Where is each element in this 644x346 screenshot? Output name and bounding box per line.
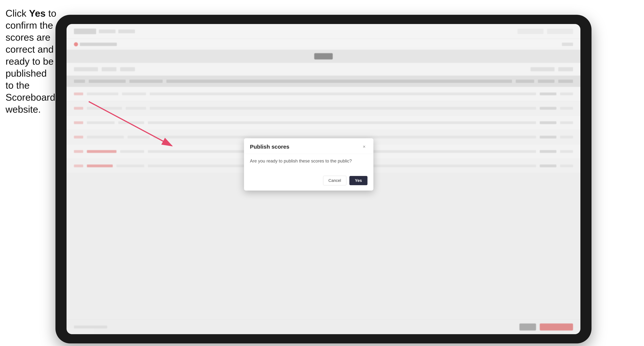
instruction-bold: Yes — [29, 8, 46, 19]
modal-body: Are you ready to publish these scores to… — [244, 154, 374, 176]
cancel-button[interactable]: Cancel — [323, 176, 346, 185]
yes-button[interactable]: Yes — [349, 176, 368, 185]
tablet-screen: Publish scores × Are you ready to publis… — [66, 24, 580, 334]
instruction-text: Click Yes to confirm the scores are corr… — [6, 7, 57, 115]
instruction-text-prefix: Click — [6, 8, 29, 19]
modal-footer: Cancel Yes — [244, 176, 374, 190]
modal-overlay: Publish scores × Are you ready to publis… — [66, 24, 580, 334]
instruction-text-suffix: to confirm the scores are correct and re… — [6, 8, 56, 115]
modal-title: Publish scores — [250, 144, 289, 150]
tablet-device: Publish scores × Are you ready to publis… — [56, 15, 592, 344]
modal-close-button[interactable]: × — [361, 144, 368, 150]
modal-message: Are you ready to publish these scores to… — [250, 159, 368, 164]
modal-header: Publish scores × — [244, 138, 374, 154]
modal-dialog: Publish scores × Are you ready to publis… — [244, 138, 374, 190]
